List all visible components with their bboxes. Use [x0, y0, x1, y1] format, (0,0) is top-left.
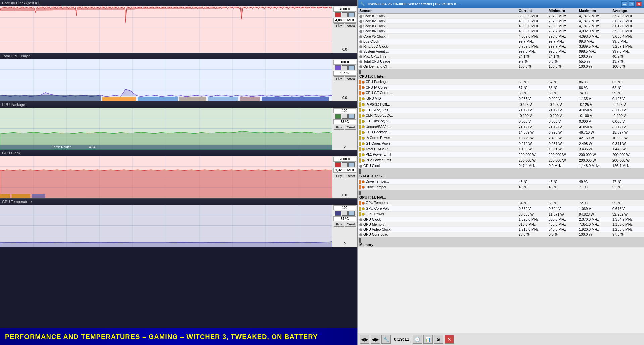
cpu-package-top-value: 100	[333, 108, 356, 113]
cpu-package-color-gray1[interactable]	[342, 114, 348, 119]
gpu-temp-color-gray2[interactable]	[348, 211, 355, 216]
settings-btn[interactable]: 🔧	[381, 335, 391, 344]
table-row[interactable]: GPU Core Load78.0 %0.0 %100.0 %97.3 %	[358, 232, 644, 237]
total-cpu-top-value: 100.0	[333, 60, 356, 65]
table-row[interactable]: CPU Package58 °C57 °C86 °C62 °C	[358, 79, 644, 85]
table-row[interactable]: GPU Core Volt...0.662 V0.594 V1.069 V0.6…	[358, 206, 644, 212]
close-button[interactable]: ✕	[636, 1, 642, 7]
table-row[interactable]: Max CPU/Thre...24.1 %24.1 %100.0 %40.2 %	[358, 54, 644, 59]
gpu-temp-reset-btn[interactable]: Reset	[345, 222, 356, 227]
gpu-clock-fit-reset: Fit y Reset	[334, 174, 356, 178]
nav-back-btn[interactable]: ◀▶	[360, 335, 369, 344]
table-row[interactable]: Bus Clock99.7 MHz99.7 MHz99.8 MHz99.8 MH…	[358, 39, 644, 44]
gpu-temp-fit-y-btn[interactable]: Fit y	[334, 222, 344, 227]
table-row[interactable]: iGPU VID0.965 V0.000 V1.135 V0.126 V	[358, 96, 644, 102]
table-row[interactable]: CLR (CBo/LLC/...-0.100 V-0.100 V-0.100 V…	[358, 113, 644, 119]
cpu-package-current-value: 58 °C	[333, 119, 356, 124]
table-row[interactable]: GT (Slice) Volt...-0.050 V-0.050 V-0.050…	[358, 108, 644, 113]
core-clock-body: 4500.0 4,089.0 MHz Fit y Reset 0.0	[0, 6, 357, 53]
table-row[interactable]: GT Cores Power0.979 W0.057 W2.498 W0.371…	[358, 141, 644, 147]
gpu-temp-color-blue[interactable]	[335, 211, 341, 216]
core-clock-color-gray2[interactable]	[348, 12, 355, 17]
total-cpu-color-gray1[interactable]	[342, 65, 348, 70]
table-row[interactable]: GPU Video Clock1,215.0 MHz540.0 MHz1,920…	[358, 227, 644, 232]
clock-btn[interactable]: 🕐	[413, 335, 422, 344]
table-row[interactable]: GPU Memory ...810.0 MHz405.0 MHz7,351.0 …	[358, 222, 644, 227]
gpu-clock-current-value: 1,320.0 MHz	[333, 168, 356, 173]
cpu-package-color-gray2[interactable]	[348, 114, 355, 119]
table-row[interactable]: GPU Temperat...54 °C53 °C72 °C55 °C	[358, 200, 644, 206]
gpu-clock-color-gray2[interactable]	[348, 162, 355, 167]
config-btn[interactable]: ⚙	[434, 335, 443, 344]
core-clock-color-gray1[interactable]	[342, 12, 348, 17]
cpu-package-canvas: Tomb Raider 4.54	[0, 108, 332, 150]
gpu-temp-header: GPU Temperature	[0, 199, 357, 205]
table-row[interactable]: Drive Temper...49 °C48 °C71 °C52 °C	[358, 185, 644, 190]
total-cpu-fit-y-btn[interactable]: Fit y	[334, 76, 344, 81]
total-cpu-header: Total CPU Usage	[0, 53, 357, 59]
cpu-package-color-buttons	[335, 114, 355, 119]
table-row[interactable]: PL1 Power Limit200.000 W200.000 W200.000…	[358, 152, 644, 158]
gpu-clock-bottom-value: 0.0	[342, 193, 347, 198]
col-current: Current	[519, 9, 549, 13]
gpu-temp-controls: 100 54 °C Fit y Reset 0	[332, 205, 357, 247]
exit-btn[interactable]: ✕	[445, 335, 454, 344]
table-row[interactable]: Core #2 Clock...4,089.0 MHz797.5 MHz4,18…	[358, 19, 644, 24]
gpu-clock-color-red[interactable]	[335, 162, 341, 167]
hwinfo-title: HWiNFO64 v6.10-3880 Sensor Status [162 v…	[368, 2, 620, 6]
total-cpu-color-purple[interactable]	[335, 65, 341, 70]
gpu-clock-fit-y-btn[interactable]: Fit y	[334, 174, 344, 178]
table-row[interactable]: GPU Clock947.4 MHz0.0 MHz1,148.0 MHz126.…	[358, 163, 644, 168]
cpu-package-reset-btn[interactable]: Reset	[345, 125, 356, 130]
table-row[interactable]: PL2 Power Limit200.000 W200.000 W200.000…	[358, 158, 644, 163]
table-row[interactable]: Total CPU Usage9.7 %8.8 %55.5 %13.7 %	[358, 59, 644, 64]
gpu-temp-color-gray1[interactable]	[342, 211, 348, 216]
core-clock-label: Core #0 Clock (perf #1)	[2, 1, 40, 5]
table-row[interactable]: GPU Power30.035 W11.871 W94.823 W32.262 …	[358, 212, 644, 217]
table-row[interactable]: CPU GT Cores ...58 °C56 °C74 °C59 °C	[358, 90, 644, 96]
table-row[interactable]: CPU Package ...14.689 W6.790 W46.710 W15…	[358, 130, 644, 135]
total-cpu-svg	[0, 59, 332, 101]
table-row[interactable]: GT (Unslice) V...0.000 V0.000 V0.000 V0.…	[358, 119, 644, 124]
total-cpu-color-gray2[interactable]	[348, 65, 355, 70]
table-row[interactable]: System Agent ...997.3 MHz996.8 MHz998.5 …	[358, 49, 644, 54]
table-row[interactable]: Ring/LLC Clock3,789.8 MHz797.7 MHz3,889.…	[358, 44, 644, 49]
chart-btn[interactable]: 📊	[423, 335, 433, 344]
total-cpu-reset-btn[interactable]: Reset	[345, 76, 356, 81]
table-row[interactable]: Core #3 Clock...4,089.0 MHz798.0 MHz4,18…	[358, 24, 644, 29]
gpu-clock-reset-btn[interactable]: Reset	[345, 174, 356, 178]
bottom-text: PERFORMANCE AND TEMPERATURES – GAMING – …	[5, 333, 318, 341]
table-row[interactable]: Core #4 Clock...4,089.0 MHz797.7 MHz4,09…	[358, 29, 644, 34]
svg-rect-60	[32, 194, 45, 198]
gpu-temp-label: GPU Temperature	[2, 200, 32, 204]
table-row[interactable]: CPU IA Cores57 °C56 °C86 °C62 °C	[358, 85, 644, 91]
table-row[interactable]: Core #5 Clock...4,089.0 MHz798.0 MHz4,09…	[358, 34, 644, 39]
table-row[interactable]: IA Cores Power10.229 W2.499 W42.159 W10.…	[358, 135, 644, 141]
svg-rect-28	[208, 97, 238, 101]
cpu-package-fit-y-btn[interactable]: Fit y	[334, 125, 344, 130]
table-row[interactable]: Core #1 Clock...3,390.9 MHz797.8 MHz4,18…	[358, 14, 644, 19]
gpu-clock-color-gray1[interactable]	[342, 162, 348, 167]
core-clock-color-red[interactable]	[335, 12, 341, 17]
maximize-button[interactable]: □	[629, 1, 635, 7]
gpu-temp-svg	[0, 205, 332, 247]
table-row[interactable]: Drive Temper...45 °C45 °C49 °C47 °C	[358, 179, 644, 185]
minimize-button[interactable]: —	[621, 1, 627, 7]
gpu-clock-svg	[0, 156, 332, 198]
table-row[interactable]: On-Demand Cl...100.0 %100.0 %100.0 %100.…	[358, 64, 644, 69]
core-clock-fit-y-btn[interactable]: Fit y	[334, 23, 344, 28]
total-cpu-color-buttons	[335, 65, 355, 70]
table-row[interactable]: Total DRAM P...1.109 W1.061 W3.435 W1.44…	[358, 147, 644, 152]
table-row[interactable]: IA Voltage Off...-0.125 V-0.125 V-0.125 …	[358, 102, 644, 108]
core-clock-section: Core #0 Clock (perf #1)	[0, 0, 357, 53]
svg-rect-27	[179, 97, 206, 101]
core-clock-canvas	[0, 6, 332, 53]
nav-fwd-btn[interactable]: ◀▶	[371, 335, 380, 344]
bottom-bar: PERFORMANCE AND TEMPERATURES – GAMING – …	[0, 328, 357, 345]
table-row[interactable]: Uncore/SA Vol...-0.050 V-0.050 V-0.050 V…	[358, 124, 644, 130]
table-row[interactable]: GPU Clock1,320.0 MHz300.0 MHz2,070.0 MHz…	[358, 217, 644, 222]
cpu-package-fit-reset: Fit y Reset	[334, 125, 356, 130]
core-clock-reset-btn[interactable]: Reset	[345, 23, 356, 28]
cpu-package-color-green[interactable]	[335, 114, 341, 119]
col-average: Average	[612, 9, 643, 13]
